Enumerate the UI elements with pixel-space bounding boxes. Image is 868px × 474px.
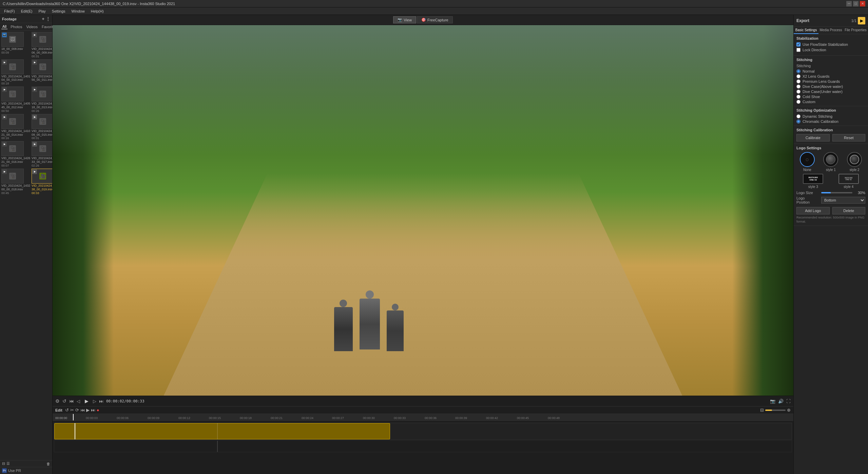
footage-duration: 00:07 — [1, 164, 30, 167]
minimize-button[interactable]: ─ — [846, 1, 852, 6]
menu-play[interactable]: Play — [36, 8, 48, 14]
logo-style1-option[interactable]: style 1 — [820, 152, 842, 172]
video-clip[interactable] — [54, 423, 390, 439]
logo-none-label: None — [803, 168, 811, 172]
split-view-icon[interactable]: ⊟ — [2, 461, 5, 466]
flowstate-checkbox[interactable] — [796, 42, 801, 46]
trash-icon[interactable]: 🗑 — [46, 462, 50, 466]
menu-settings[interactable]: Settings — [49, 8, 68, 14]
logo-size-slider[interactable] — [821, 192, 852, 193]
fullscreen-icon[interactable]: ⛶ — [786, 399, 791, 404]
logo-pos-select[interactable]: Bottom — [821, 197, 865, 204]
footage-filename: VID_20210424_140545_00_012.insv — [1, 102, 30, 109]
reset-button[interactable]: Reset — [832, 134, 866, 141]
loop-timeline-icon[interactable]: ⟳ — [75, 407, 79, 413]
tab-basic-settings[interactable]: Basic Settings — [794, 27, 818, 34]
logo-style3-text: INSTA360ONE X2 — [808, 176, 818, 181]
radio-chromatic-input[interactable] — [796, 119, 801, 124]
zoom-in-icon[interactable]: ⊕ — [787, 407, 791, 413]
radio-dynamic-input[interactable] — [796, 114, 801, 118]
calibrate-button[interactable]: Calibrate — [796, 134, 830, 141]
radio-dive-above-input[interactable] — [796, 84, 801, 89]
list-item[interactable]: 🎥 ▶ VID_20210424_141021_00_014.insv 00:1… — [1, 114, 30, 140]
footage-duration: 00:09 — [1, 51, 30, 54]
stitching-sublabel: Stitching — [796, 64, 865, 68]
pr-icon: Pr — [2, 468, 7, 473]
thumbnail: 🎥 ▶ — [1, 87, 24, 101]
use-pr-button[interactable]: Pr Use PR — [2, 468, 21, 473]
list-item[interactable]: 🎥 ▶ VID_20210424_142009_00_015.insv 00:3… — [32, 114, 52, 140]
tab-videos[interactable]: Videos — [25, 24, 38, 29]
list-item-selected[interactable]: 🎥 ▶ VID_20210424_144438_00_019.insv 00:3… — [32, 169, 52, 195]
freecapture-button[interactable]: 🎯 FreeCapture — [417, 16, 453, 23]
delete-logo-button[interactable]: Delete — [832, 207, 866, 214]
timeline-end-icon[interactable]: ⏭ — [91, 407, 95, 413]
zoom-controls: ⊟ ⊕ — [760, 407, 791, 413]
logo-none-option[interactable]: ○ None — [796, 152, 818, 172]
playhead — [75, 423, 75, 439]
zoom-slider[interactable] — [765, 410, 786, 411]
list-item[interactable]: 🎥 ▶ VID_20210424_140456_00_011.insv — [32, 59, 52, 86]
scissors-icon[interactable]: ✂ — [70, 407, 74, 413]
radio-dive-under-input[interactable] — [796, 90, 801, 94]
play-timeline-icon[interactable]: ▶ — [86, 407, 90, 413]
list-view-icon[interactable]: ☰ — [6, 461, 10, 466]
prev-frame-icon[interactable]: ⏮ — [80, 407, 85, 413]
logo-style3-option[interactable]: INSTA360ONE X2 style 3 — [796, 174, 830, 189]
settings-icon[interactable]: ⚙ — [55, 398, 60, 404]
radio-premium-input[interactable] — [796, 79, 801, 83]
export-button[interactable]: ▶ — [858, 17, 865, 24]
undo-icon[interactable]: ↺ — [65, 407, 69, 413]
thumbnail: 🎥 ▶ — [32, 114, 52, 129]
lockdirection-row: Lock Direction — [796, 48, 865, 52]
menu-help[interactable]: Help(H) — [88, 8, 107, 14]
file-type-badge: ▶ — [32, 33, 37, 37]
app-title: C:/Users/killin/Downloads/insta360 One X… — [3, 2, 846, 6]
radio-custom-input[interactable] — [796, 100, 801, 104]
tab-file-properties[interactable]: File Properties — [843, 27, 868, 34]
tab-media-process[interactable]: Media Process — [818, 27, 843, 34]
play-button[interactable]: ▶ — [83, 397, 90, 405]
logo-style2-graphic — [850, 155, 859, 164]
radio-normal-input[interactable] — [796, 69, 801, 73]
step-back-icon[interactable]: ◁ — [77, 399, 80, 404]
file-type-badge: ▶ — [2, 87, 7, 92]
loop-icon[interactable]: ↺ — [62, 398, 66, 404]
frame-forward-icon[interactable]: ⏭ — [99, 399, 103, 404]
list-item[interactable]: 🎥 ▶ VID_20210424_140106_00_009.insv 00:3… — [32, 32, 52, 58]
list-item[interactable]: 🎥 ▶ VID_20210424_143200_00_018.insv 00:4… — [1, 169, 30, 195]
ruler-mark: 00:00:24 — [302, 416, 313, 420]
add-logo-button[interactable]: Add Logo — [796, 207, 830, 214]
menu-file[interactable]: File(F) — [1, 8, 18, 14]
list-item[interactable]: 🎥 ▶ VID_20210424_140545_00_012.insv 00:5… — [1, 87, 30, 113]
tab-all[interactable]: All — [1, 24, 7, 29]
frame-back-icon[interactable]: ⏮ — [69, 398, 74, 404]
menu-window[interactable]: Window — [69, 8, 88, 14]
radio-cold-shoe-input[interactable] — [796, 95, 801, 99]
tab-photos[interactable]: Photos — [9, 24, 23, 29]
stabilization-section: Stabilization Use FlowState Stabilizatio… — [794, 34, 868, 56]
maximize-button[interactable]: □ — [853, 1, 859, 6]
close-button[interactable]: ✕ — [860, 1, 865, 6]
ruler-mark: 00:00:42 — [486, 416, 498, 420]
footage-options-icon[interactable]: ⋮ — [46, 16, 50, 21]
list-item[interactable]: 🎥 ▶ VID_20210424_142933_00_017.insv 02:2… — [32, 141, 52, 167]
lockdirection-checkbox[interactable] — [796, 48, 801, 52]
record-icon[interactable]: ● — [97, 407, 99, 413]
path-overlay — [164, 173, 682, 396]
radio-x2lens-input[interactable] — [796, 74, 801, 78]
list-item[interactable]: 🎥 ▶ VID_20210424_142621_00_016.insv 00:0… — [1, 141, 30, 167]
add-footage-icon[interactable]: + — [42, 16, 44, 21]
logo-style2-option[interactable]: style 2 — [844, 152, 865, 172]
list-item[interactable]: 🖼 📷 18_00_008.insv 00:09 — [1, 32, 30, 58]
view-button[interactable]: 📷 View — [393, 16, 416, 23]
screenshot-icon[interactable]: 📷 — [770, 399, 775, 404]
logo-style4-option[interactable]: INSTA360ONE X2 style 4 — [832, 174, 866, 189]
list-item[interactable]: 🎥 ▶ VID_20210424_140104_00_010.insv 00:1… — [1, 59, 30, 86]
menu-edit[interactable]: Edit(E) — [18, 8, 35, 14]
footage-duration: 00:18 — [1, 82, 30, 85]
zoom-out-icon[interactable]: ⊟ — [760, 407, 764, 413]
list-item[interactable]: 🎥 ▶ VID_20210424_140718_00_013.insv 00:2… — [32, 87, 52, 113]
step-forward-icon[interactable]: ▷ — [93, 399, 96, 404]
volume-icon[interactable]: 🔊 — [778, 399, 784, 404]
